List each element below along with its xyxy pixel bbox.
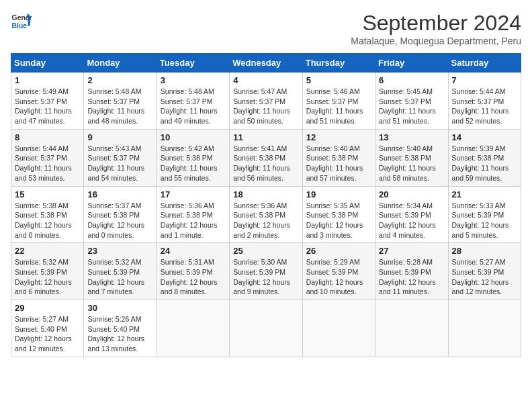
location-subtitle: Matalaque, Moquegua Department, Peru xyxy=(351,36,521,46)
calendar-cell: 1 Sunrise: 5:49 AM Sunset: 5:37 PM Dayli… xyxy=(11,73,84,130)
calendar-cell: 18 Sunrise: 5:36 AM Sunset: 5:38 PM Dayl… xyxy=(230,186,302,243)
day-info: Sunrise: 5:48 AM Sunset: 5:37 PM Dayligh… xyxy=(161,87,226,126)
column-header-sunday: Sunday xyxy=(11,54,84,73)
title-block: September 2024 Matalaque, Moquegua Depar… xyxy=(351,11,521,46)
calendar-cell: 10 Sunrise: 5:42 AM Sunset: 5:38 PM Dayl… xyxy=(157,129,229,186)
calendar-cell: 20 Sunrise: 5:34 AM Sunset: 5:39 PM Dayl… xyxy=(375,186,448,243)
calendar-header-row: SundayMondayTuesdayWednesdayThursdayFrid… xyxy=(11,54,521,73)
calendar-week-1: 1 Sunrise: 5:49 AM Sunset: 5:37 PM Dayli… xyxy=(11,73,521,130)
day-info: Sunrise: 5:40 AM Sunset: 5:38 PM Dayligh… xyxy=(306,144,371,183)
calendar-cell xyxy=(375,300,448,357)
calendar-cell: 2 Sunrise: 5:48 AM Sunset: 5:37 PM Dayli… xyxy=(84,73,157,130)
day-info: Sunrise: 5:27 AM Sunset: 5:40 PM Dayligh… xyxy=(15,314,80,354)
day-info: Sunrise: 5:29 AM Sunset: 5:39 PM Dayligh… xyxy=(306,257,371,297)
day-number: 30 xyxy=(87,303,152,313)
day-info: Sunrise: 5:46 AM Sunset: 5:37 PM Dayligh… xyxy=(306,87,371,126)
calendar-cell: 27 Sunrise: 5:28 AM Sunset: 5:39 PM Dayl… xyxy=(375,243,448,300)
calendar-cell: 22 Sunrise: 5:32 AM Sunset: 5:39 PM Dayl… xyxy=(11,243,84,300)
day-number: 6 xyxy=(379,75,444,85)
day-number: 29 xyxy=(15,303,80,313)
calendar-cell: 16 Sunrise: 5:37 AM Sunset: 5:38 PM Dayl… xyxy=(84,186,157,243)
month-title: September 2024 xyxy=(351,11,521,36)
day-info: Sunrise: 5:31 AM Sunset: 5:39 PM Dayligh… xyxy=(161,257,226,297)
day-info: Sunrise: 5:45 AM Sunset: 5:37 PM Dayligh… xyxy=(379,87,444,126)
day-number: 19 xyxy=(306,189,371,199)
column-header-monday: Monday xyxy=(84,54,157,73)
calendar-cell: 21 Sunrise: 5:33 AM Sunset: 5:39 PM Dayl… xyxy=(448,186,521,243)
day-number: 4 xyxy=(233,75,298,85)
day-info: Sunrise: 5:34 AM Sunset: 5:39 PM Dayligh… xyxy=(379,201,444,240)
day-number: 10 xyxy=(161,132,226,142)
calendar-cell: 28 Sunrise: 5:27 AM Sunset: 5:39 PM Dayl… xyxy=(448,243,521,300)
day-number: 22 xyxy=(15,246,80,256)
calendar-cell xyxy=(448,300,521,357)
calendar-cell: 14 Sunrise: 5:39 AM Sunset: 5:38 PM Dayl… xyxy=(448,129,521,186)
calendar-cell: 13 Sunrise: 5:40 AM Sunset: 5:38 PM Dayl… xyxy=(375,129,448,186)
day-number: 14 xyxy=(452,132,517,142)
day-info: Sunrise: 5:32 AM Sunset: 5:39 PM Dayligh… xyxy=(15,257,80,297)
day-number: 11 xyxy=(233,132,298,142)
calendar-cell: 23 Sunrise: 5:32 AM Sunset: 5:39 PM Dayl… xyxy=(84,243,157,300)
day-info: Sunrise: 5:27 AM Sunset: 5:39 PM Dayligh… xyxy=(452,257,517,297)
day-number: 15 xyxy=(15,189,80,199)
calendar-cell xyxy=(230,300,302,357)
calendar-cell: 6 Sunrise: 5:45 AM Sunset: 5:37 PM Dayli… xyxy=(375,73,448,130)
day-number: 16 xyxy=(87,189,152,199)
calendar-cell: 8 Sunrise: 5:44 AM Sunset: 5:37 PM Dayli… xyxy=(11,129,84,186)
day-number: 27 xyxy=(379,246,444,256)
day-number: 23 xyxy=(87,246,152,256)
day-info: Sunrise: 5:28 AM Sunset: 5:39 PM Dayligh… xyxy=(379,257,444,297)
calendar-cell: 4 Sunrise: 5:47 AM Sunset: 5:37 PM Dayli… xyxy=(230,73,302,130)
day-info: Sunrise: 5:32 AM Sunset: 5:39 PM Dayligh… xyxy=(87,257,152,297)
day-info: Sunrise: 5:43 AM Sunset: 5:37 PM Dayligh… xyxy=(87,144,152,183)
column-header-tuesday: Tuesday xyxy=(157,54,229,73)
calendar-week-3: 15 Sunrise: 5:38 AM Sunset: 5:38 PM Dayl… xyxy=(11,186,521,243)
day-number: 17 xyxy=(161,189,226,199)
day-info: Sunrise: 5:48 AM Sunset: 5:37 PM Dayligh… xyxy=(87,87,152,126)
calendar-cell: 3 Sunrise: 5:48 AM Sunset: 5:37 PM Dayli… xyxy=(157,73,229,130)
day-info: Sunrise: 5:40 AM Sunset: 5:38 PM Dayligh… xyxy=(379,144,444,183)
logo-icon: General Blue xyxy=(11,11,32,32)
day-info: Sunrise: 5:38 AM Sunset: 5:38 PM Dayligh… xyxy=(15,201,80,240)
day-number: 9 xyxy=(87,132,152,142)
day-number: 28 xyxy=(452,246,517,256)
calendar-cell: 12 Sunrise: 5:40 AM Sunset: 5:38 PM Dayl… xyxy=(302,129,375,186)
day-number: 3 xyxy=(161,75,226,85)
calendar-cell: 15 Sunrise: 5:38 AM Sunset: 5:38 PM Dayl… xyxy=(11,186,84,243)
column-header-thursday: Thursday xyxy=(302,54,375,73)
day-info: Sunrise: 5:36 AM Sunset: 5:38 PM Dayligh… xyxy=(233,201,298,240)
calendar-cell: 24 Sunrise: 5:31 AM Sunset: 5:39 PM Dayl… xyxy=(157,243,229,300)
day-number: 5 xyxy=(306,75,371,85)
day-info: Sunrise: 5:39 AM Sunset: 5:38 PM Dayligh… xyxy=(452,144,517,183)
calendar-week-2: 8 Sunrise: 5:44 AM Sunset: 5:37 PM Dayli… xyxy=(11,129,521,186)
day-info: Sunrise: 5:47 AM Sunset: 5:37 PM Dayligh… xyxy=(233,87,298,126)
column-header-saturday: Saturday xyxy=(448,54,521,73)
day-info: Sunrise: 5:36 AM Sunset: 5:38 PM Dayligh… xyxy=(161,201,226,240)
day-number: 20 xyxy=(379,189,444,199)
day-number: 26 xyxy=(306,246,371,256)
day-info: Sunrise: 5:33 AM Sunset: 5:39 PM Dayligh… xyxy=(452,201,517,240)
day-number: 18 xyxy=(233,189,298,199)
day-info: Sunrise: 5:44 AM Sunset: 5:37 PM Dayligh… xyxy=(15,144,80,183)
day-info: Sunrise: 5:35 AM Sunset: 5:38 PM Dayligh… xyxy=(306,201,371,240)
day-number: 2 xyxy=(87,75,152,85)
calendar-week-5: 29 Sunrise: 5:27 AM Sunset: 5:40 PM Dayl… xyxy=(11,300,521,357)
svg-text:Blue: Blue xyxy=(12,22,28,30)
calendar-cell: 26 Sunrise: 5:29 AM Sunset: 5:39 PM Dayl… xyxy=(302,243,375,300)
calendar-cell: 25 Sunrise: 5:30 AM Sunset: 5:39 PM Dayl… xyxy=(230,243,302,300)
calendar-cell: 29 Sunrise: 5:27 AM Sunset: 5:40 PM Dayl… xyxy=(11,300,84,357)
column-header-friday: Friday xyxy=(375,54,448,73)
calendar-cell xyxy=(157,300,229,357)
day-number: 1 xyxy=(15,75,80,85)
day-info: Sunrise: 5:41 AM Sunset: 5:38 PM Dayligh… xyxy=(233,144,298,183)
calendar-cell: 19 Sunrise: 5:35 AM Sunset: 5:38 PM Dayl… xyxy=(302,186,375,243)
day-info: Sunrise: 5:42 AM Sunset: 5:38 PM Dayligh… xyxy=(161,144,226,183)
day-info: Sunrise: 5:49 AM Sunset: 5:37 PM Dayligh… xyxy=(15,87,80,126)
day-number: 21 xyxy=(452,189,517,199)
day-info: Sunrise: 5:44 AM Sunset: 5:37 PM Dayligh… xyxy=(452,87,517,126)
day-info: Sunrise: 5:30 AM Sunset: 5:39 PM Dayligh… xyxy=(233,257,298,297)
day-info: Sunrise: 5:26 AM Sunset: 5:40 PM Dayligh… xyxy=(87,314,152,354)
calendar-cell: 17 Sunrise: 5:36 AM Sunset: 5:38 PM Dayl… xyxy=(157,186,229,243)
calendar-cell: 7 Sunrise: 5:44 AM Sunset: 5:37 PM Dayli… xyxy=(448,73,521,130)
calendar-cell: 9 Sunrise: 5:43 AM Sunset: 5:37 PM Dayli… xyxy=(84,129,157,186)
